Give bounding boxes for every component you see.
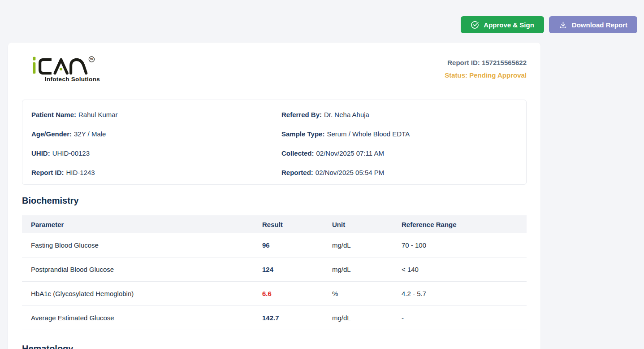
report-meta: Report ID: 157215565622 Status: Pending … [445, 57, 527, 82]
approve-sign-button[interactable]: Approve & Sign [461, 16, 544, 33]
patient-name-value: Rahul Kumar [78, 111, 118, 118]
uhid-row: UHID:UHID-00123 [31, 149, 281, 157]
parameter-cell: Average Estimated Glucose [22, 314, 262, 322]
sample-type-row: Sample Type:Serum / Whole Blood EDTA [281, 130, 526, 138]
column-header-result: Result [262, 221, 332, 228]
action-toolbar: Approve & Sign Download Report [461, 16, 637, 33]
report-id-value: 157215565622 [482, 59, 527, 66]
report-id-line: Report ID: 157215565622 [445, 57, 527, 69]
collected-value: 02/Nov/2025 07:11 AM [316, 149, 385, 157]
patient-name-row: Patient Name:Rahul Kumar [31, 111, 281, 119]
report-id-label: Report ID: [447, 59, 480, 66]
result-cell: 96 [262, 241, 332, 249]
parameter-cell: Postprandial Blood Glucose [22, 266, 262, 273]
brand-tagline: Infotech Solutions [22, 76, 106, 83]
age-gender-row: Age/Gender:32Y / Male [31, 130, 281, 138]
sample-type-label: Sample Type: [281, 130, 324, 138]
download-report-label: Download Report [572, 21, 627, 29]
patient-info-right-column: Referred By:Dr. Neha Ahuja Sample Type:S… [281, 111, 526, 188]
status-label: Status: [445, 71, 467, 79]
brand-logo-icon: TM [22, 54, 106, 75]
unit-cell: % [332, 290, 402, 297]
patient-info-left-column: Patient Name:Rahul Kumar Age/Gender:32Y … [31, 111, 281, 188]
reported-value: 02/Nov/2025 05:54 PM [316, 169, 384, 176]
report-card: TM Infotech Solutions Report ID: 1572155… [8, 43, 540, 349]
reference-range-cell: 4.2 - 5.7 [402, 290, 527, 297]
column-header-reference-range: Reference Range [402, 221, 527, 228]
referred-by-value: Dr. Neha Ahuja [324, 111, 369, 118]
uhid-label: UHID: [31, 149, 50, 157]
sample-type-value: Serum / Whole Blood EDTA [327, 130, 410, 138]
uhid-value: UHID-00123 [52, 149, 90, 157]
reported-row: Reported:02/Nov/2025 05:54 PM [281, 169, 526, 177]
section-title-biochemistry: Biochemistry [22, 196, 527, 206]
reference-range-cell: < 140 [402, 266, 527, 273]
brand-logo: TM Infotech Solutions [22, 54, 106, 83]
unit-cell: mg/dL [332, 266, 402, 273]
age-gender-value: 32Y / Male [74, 130, 106, 138]
collected-label: Collected: [281, 149, 314, 157]
column-header-unit: Unit [332, 221, 402, 228]
result-cell: 142.7 [262, 314, 332, 322]
referred-by-label: Referred By: [281, 111, 322, 118]
referred-by-row: Referred By:Dr. Neha Ahuja [281, 111, 526, 119]
patient-name-label: Patient Name: [31, 111, 76, 118]
biochemistry-table: Parameter Result Unit Reference Range Fa… [22, 215, 527, 330]
check-circle-icon [471, 21, 479, 29]
reported-label: Reported: [281, 169, 313, 176]
age-gender-label: Age/Gender: [31, 130, 72, 138]
reference-range-cell: - [402, 314, 527, 322]
reference-range-cell: 70 - 100 [402, 241, 527, 249]
unit-cell: mg/dL [332, 241, 402, 249]
download-report-button[interactable]: Download Report [549, 16, 637, 33]
trademark-symbol: TM [90, 58, 93, 61]
table-row: HbA1c (Glycosylated Hemoglobin) 6.6 % 4.… [22, 282, 527, 306]
parameter-cell: Fasting Blood Glucose [22, 241, 262, 249]
column-header-parameter: Parameter [22, 221, 262, 228]
section-title-hematology: Hematology [22, 344, 527, 349]
download-icon [559, 21, 567, 29]
parameter-cell: HbA1c (Glycosylated Hemoglobin) [22, 290, 262, 297]
collected-row: Collected:02/Nov/2025 07:11 AM [281, 149, 526, 157]
table-row: Postprandial Blood Glucose 124 mg/dL < 1… [22, 257, 527, 282]
table-row: Average Estimated Glucose 142.7 mg/dL - [22, 306, 527, 330]
table-row: Fasting Blood Glucose 96 mg/dL 70 - 100 [22, 233, 527, 257]
unit-cell: mg/dL [332, 314, 402, 322]
report-id-field-label: Report ID: [31, 169, 64, 176]
report-id-row: Report ID:HID-1243 [31, 169, 281, 177]
result-cell: 124 [262, 266, 332, 273]
table-header-row: Parameter Result Unit Reference Range [22, 215, 527, 233]
approve-sign-label: Approve & Sign [484, 21, 534, 29]
status-line: Status: Pending Approval [445, 69, 527, 82]
patient-info-panel: Patient Name:Rahul Kumar Age/Gender:32Y … [22, 100, 527, 185]
result-cell: 6.6 [262, 290, 332, 297]
report-card-header: TM Infotech Solutions Report ID: 1572155… [22, 54, 527, 83]
report-id-field-value: HID-1243 [66, 169, 95, 176]
status-value: Pending Approval [469, 71, 527, 79]
